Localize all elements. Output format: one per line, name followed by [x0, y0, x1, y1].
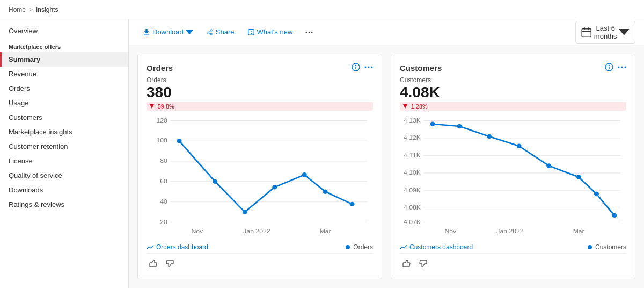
chevron-down-icon [186, 28, 193, 36]
cards-area: Orders Orders 380 -59.8% [129, 45, 644, 288]
customers-dashboard-link[interactable]: Customers dashboard [400, 243, 473, 251]
svg-text:80: 80 [160, 157, 167, 165]
sidebar-item-customers[interactable]: Customers [0, 110, 128, 125]
svg-text:60: 60 [160, 177, 167, 185]
svg-point-32 [177, 139, 182, 143]
breadcrumb: Home > Insights [9, 6, 58, 13]
svg-text:120: 120 [156, 117, 167, 124]
whats-new-icon [247, 28, 255, 36]
download-icon [143, 28, 150, 36]
trend-icon [147, 244, 154, 250]
orders-badge-arrow [150, 104, 154, 109]
download-button[interactable]: Download [137, 25, 199, 39]
sidebar-item-license[interactable]: License [0, 154, 128, 168]
customers-thumbdown-button[interactable] [417, 258, 430, 270]
svg-text:4.09K: 4.09K [404, 186, 421, 194]
sidebar-item-customer-retention[interactable]: Customer retention [0, 139, 128, 154]
orders-info-icon[interactable] [352, 63, 360, 73]
share-icon [206, 28, 214, 36]
whats-new-button[interactable]: What's new [242, 25, 298, 39]
svg-text:4.10K: 4.10K [404, 169, 421, 177]
customers-badge-arrow [403, 104, 407, 109]
sidebar-item-overview[interactable]: Overview [0, 24, 128, 38]
sidebar-section-label: Marketplace offers [0, 38, 128, 52]
customers-trend-icon [400, 244, 407, 250]
customers-card-title: Customers [400, 63, 442, 73]
svg-rect-7 [582, 28, 591, 37]
main-layout: Overview Marketplace offers Summary Reve… [0, 19, 644, 288]
orders-card-icons [352, 63, 373, 73]
period-filter-button[interactable]: Last 6 months [575, 21, 635, 44]
customers-card-header: Customers [400, 63, 626, 73]
svg-text:Jan 2022: Jan 2022 [243, 228, 270, 235]
sidebar-item-quality-of-service[interactable]: Quality of service [0, 168, 128, 183]
svg-point-14 [365, 67, 367, 68]
customers-info-icon[interactable] [605, 63, 613, 73]
orders-legend-label: Orders [353, 243, 373, 251]
svg-text:Nov: Nov [445, 228, 457, 235]
sidebar-item-usage[interactable]: Usage [0, 96, 128, 110]
svg-text:4.11K: 4.11K [404, 152, 421, 159]
top-bar: Home > Insights [0, 0, 644, 19]
customers-legend-dot [588, 245, 592, 249]
share-button[interactable]: Share [201, 25, 240, 39]
orders-card: Orders Orders 380 -59.8% [137, 54, 382, 279]
svg-point-69 [612, 213, 617, 218]
orders-thumbs [147, 253, 373, 270]
customers-legend: Customers [588, 243, 626, 251]
svg-point-63 [457, 124, 462, 128]
orders-thumbdown-button[interactable] [164, 258, 177, 270]
svg-point-65 [517, 144, 522, 148]
svg-text:4.08K: 4.08K [404, 204, 421, 212]
breadcrumb-home[interactable]: Home [9, 6, 26, 13]
sidebar-item-marketplace-insights[interactable]: Marketplace insights [0, 125, 128, 139]
breadcrumb-separator: > [29, 6, 33, 13]
svg-point-41 [609, 65, 609, 66]
sidebar-item-ratings-reviews[interactable]: Ratings & reviews [0, 197, 128, 212]
svg-text:100: 100 [156, 137, 167, 145]
svg-point-15 [368, 67, 370, 68]
orders-card-title: Orders [147, 63, 173, 73]
svg-point-64 [487, 134, 492, 139]
svg-point-43 [621, 67, 623, 68]
svg-point-66 [546, 163, 551, 168]
sidebar-item-summary[interactable]: Summary [0, 52, 128, 67]
customers-card-icons [605, 63, 626, 73]
customers-metric-value: 4.08K [400, 85, 626, 100]
customers-metric-label: Customers [400, 76, 626, 84]
orders-badge: -59.8% [147, 102, 373, 111]
svg-point-62 [430, 122, 435, 126]
more-icon [305, 28, 313, 36]
orders-dashboard-link[interactable]: Orders dashboard [147, 243, 208, 251]
svg-text:4.13K: 4.13K [404, 117, 421, 124]
orders-metric-value: 380 [147, 85, 373, 100]
svg-point-35 [272, 185, 277, 189]
toolbar: Download Share What's new Last 6 months [129, 19, 644, 45]
svg-point-37 [323, 190, 328, 194]
sidebar-item-downloads[interactable]: Downloads [0, 183, 128, 197]
sidebar: Overview Marketplace offers Summary Reve… [0, 19, 129, 288]
customers-legend-label: Customers [595, 243, 626, 251]
orders-chart-svg: 120 100 80 60 40 20 Nov Jan 2022 Mar [147, 115, 373, 239]
customers-thumbup-button[interactable] [400, 258, 413, 270]
customers-chart-svg: 4.13K 4.12K 4.11K 4.10K 4.09K 4.08K 4.07… [400, 115, 626, 239]
customers-thumbs [400, 253, 626, 270]
customers-card-footer: Customers dashboard Customers [400, 243, 626, 251]
svg-point-42 [618, 67, 620, 68]
svg-point-13 [355, 65, 356, 66]
svg-point-6 [311, 31, 313, 33]
svg-text:Mar: Mar [573, 228, 584, 235]
svg-rect-0 [144, 34, 150, 35]
more-options-button[interactable] [300, 26, 318, 39]
customers-card: Customers Customers 4.08K -1.28% [391, 54, 635, 279]
calendar-icon [581, 27, 592, 38]
sidebar-item-orders[interactable]: Orders [0, 81, 128, 96]
orders-metric-label: Orders [147, 76, 373, 84]
orders-thumbup-button[interactable] [147, 258, 159, 270]
sidebar-item-revenue[interactable]: Revenue [0, 67, 128, 81]
svg-point-68 [594, 192, 599, 196]
svg-point-36 [302, 172, 307, 177]
svg-point-33 [213, 179, 217, 184]
orders-more-icon[interactable] [364, 63, 373, 73]
customers-more-icon[interactable] [618, 63, 626, 73]
